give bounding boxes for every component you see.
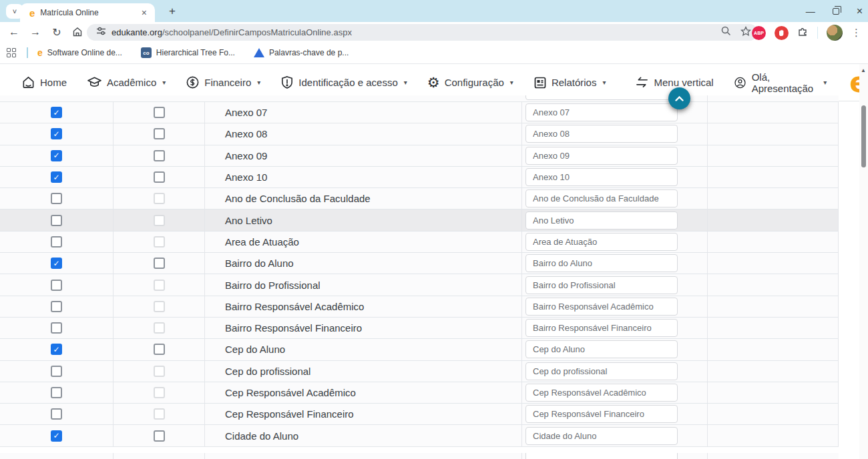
bookmark-item[interactable]: e Software Online de... xyxy=(37,48,122,57)
reload-icon[interactable]: ↻ xyxy=(48,23,65,41)
extensions-puzzle-icon[interactable] xyxy=(797,26,809,40)
field-selected-checkbox[interactable] xyxy=(51,366,62,377)
bookmark-item[interactable]: co Hierarchical Tree Fo... xyxy=(141,47,235,58)
bookmarks-bar: e Software Online de... co Hierarchical … xyxy=(0,42,868,64)
field-selected-checkbox[interactable] xyxy=(51,215,62,226)
field-label: Anexo 08 xyxy=(205,123,522,144)
field-display-name-input[interactable] xyxy=(525,340,678,358)
field-required-checkbox[interactable] xyxy=(154,430,165,442)
forward-icon[interactable]: → xyxy=(27,23,44,41)
field-name-input[interactable] xyxy=(525,95,678,100)
table-row: Ano Letivo xyxy=(0,209,838,231)
site-privacy-icon[interactable] xyxy=(96,26,106,39)
field-selected-checkbox[interactable] xyxy=(51,322,62,334)
url-text: edukante.org/schoolpanel/DefinirCamposMa… xyxy=(112,27,352,37)
nav-item-identificacao[interactable]: Identificação e acesso ▾ xyxy=(280,75,407,89)
field-display-name-input[interactable] xyxy=(525,405,678,423)
window-close-icon[interactable]: × xyxy=(857,5,863,17)
field-required-checkbox[interactable] xyxy=(154,193,165,204)
field-display-name-input[interactable] xyxy=(525,319,678,337)
field-required-checkbox[interactable] xyxy=(154,366,165,377)
browser-tab[interactable]: e Matrícula Online × xyxy=(20,3,155,22)
user-menu[interactable]: Olá, Apresentação ▾ xyxy=(734,71,827,94)
field-selected-checkbox[interactable]: ✓ xyxy=(51,107,62,118)
bookmark-star-icon[interactable] xyxy=(740,26,751,39)
field-required-checkbox[interactable] xyxy=(154,171,165,183)
field-display-name-input[interactable] xyxy=(525,103,678,121)
field-display-name-input[interactable] xyxy=(525,276,678,294)
field-selected-checkbox[interactable] xyxy=(51,193,62,204)
tab-close-icon[interactable]: × xyxy=(140,7,148,18)
field-required-checkbox[interactable] xyxy=(154,107,165,118)
nav-item-relatorios[interactable]: Relatórios ▾ xyxy=(533,76,606,89)
bookmark-item[interactable]: Palavras-chave de p... xyxy=(254,48,349,57)
field-display-name-input[interactable] xyxy=(525,147,678,165)
table-row: ✓ Anexo 10 xyxy=(0,167,838,188)
stop-hand-extension-icon[interactable] xyxy=(775,26,789,40)
nav-item-financeiro[interactable]: Financeiro ▾ xyxy=(186,75,260,89)
field-label: Cidade do Aluno xyxy=(205,425,522,446)
field-selected-checkbox[interactable]: ✓ xyxy=(51,344,62,355)
field-required-checkbox[interactable] xyxy=(154,408,165,420)
window-restore-icon[interactable] xyxy=(833,8,839,15)
field-display-name-input[interactable] xyxy=(525,211,678,230)
field-selected-checkbox[interactable]: ✓ xyxy=(51,128,62,139)
empty-cell xyxy=(708,253,838,274)
field-display-name-input[interactable] xyxy=(525,125,678,143)
scrollbar-up-icon[interactable]: ▲ xyxy=(861,67,866,73)
empty-cell xyxy=(708,102,838,123)
field-display-name-input[interactable] xyxy=(525,384,678,402)
field-required-checkbox[interactable] xyxy=(154,344,165,355)
field-selected-checkbox[interactable] xyxy=(51,387,62,398)
apps-grid-icon[interactable] xyxy=(7,48,16,57)
back-icon[interactable]: ← xyxy=(5,23,23,41)
window-minimize-icon[interactable]: — xyxy=(806,6,815,17)
profile-avatar[interactable] xyxy=(827,25,843,41)
new-tab-button[interactable]: + xyxy=(164,3,180,19)
field-selected-checkbox[interactable] xyxy=(51,280,62,291)
field-selected-checkbox[interactable] xyxy=(51,408,62,420)
field-required-checkbox[interactable] xyxy=(154,322,165,334)
field-required-checkbox[interactable] xyxy=(154,215,165,226)
field-selected-checkbox[interactable] xyxy=(51,236,62,248)
nav-item-academico[interactable]: Acadêmico ▾ xyxy=(87,75,166,89)
field-label: Anexo 10 xyxy=(205,167,522,187)
field-display-name-input[interactable] xyxy=(525,362,678,380)
browser-menu-icon[interactable]: ⋮ xyxy=(851,27,861,39)
field-display-name-input[interactable] xyxy=(525,427,678,445)
zoom-level-icon[interactable] xyxy=(721,26,731,39)
nav-item-configuracao[interactable]: ⚙ Configuração ▾ xyxy=(427,75,513,89)
field-selected-checkbox[interactable] xyxy=(51,301,62,312)
table-row: Cep do profissional xyxy=(0,361,838,382)
field-selected-checkbox[interactable]: ✓ xyxy=(51,430,62,442)
field-display-name-input[interactable] xyxy=(525,189,678,207)
field-selected-checkbox[interactable]: ✓ xyxy=(51,150,62,161)
field-required-checkbox[interactable] xyxy=(154,301,165,312)
scrollbar-thumb[interactable] xyxy=(861,105,866,167)
field-required-checkbox[interactable] xyxy=(154,236,165,248)
home-icon[interactable] xyxy=(69,23,86,41)
nav-item-menu-vertical[interactable]: Menu vertical xyxy=(635,76,713,89)
field-selected-checkbox[interactable]: ✓ xyxy=(51,171,62,183)
bookmark-label: Hierarchical Tree Fo... xyxy=(156,48,235,57)
empty-cell xyxy=(708,339,838,360)
field-required-checkbox[interactable] xyxy=(154,387,165,398)
field-required-checkbox[interactable] xyxy=(154,150,165,161)
field-name-input[interactable] xyxy=(525,453,678,459)
adblock-plus-icon[interactable]: ABP xyxy=(752,26,766,40)
field-required-checkbox[interactable] xyxy=(154,258,165,269)
nav-item-home[interactable]: Home xyxy=(21,75,67,89)
url-bar[interactable]: edukante.org/schoolpanel/DefinirCamposMa… xyxy=(87,24,758,41)
scroll-top-button[interactable] xyxy=(668,87,690,109)
field-selected-checkbox[interactable]: ✓ xyxy=(51,258,62,269)
field-required-checkbox[interactable] xyxy=(154,128,165,139)
field-display-name-input[interactable] xyxy=(525,254,678,272)
empty-cell xyxy=(708,404,838,424)
field-display-name-input[interactable] xyxy=(525,298,678,316)
field-display-name-input[interactable] xyxy=(525,233,678,251)
gear-icon: ⚙ xyxy=(427,75,440,89)
field-required-checkbox[interactable] xyxy=(154,280,165,291)
field-display-name-input[interactable] xyxy=(525,168,678,186)
page-scrollbar[interactable]: ▲ xyxy=(859,64,868,459)
edukante-favicon-icon: e xyxy=(37,48,43,57)
